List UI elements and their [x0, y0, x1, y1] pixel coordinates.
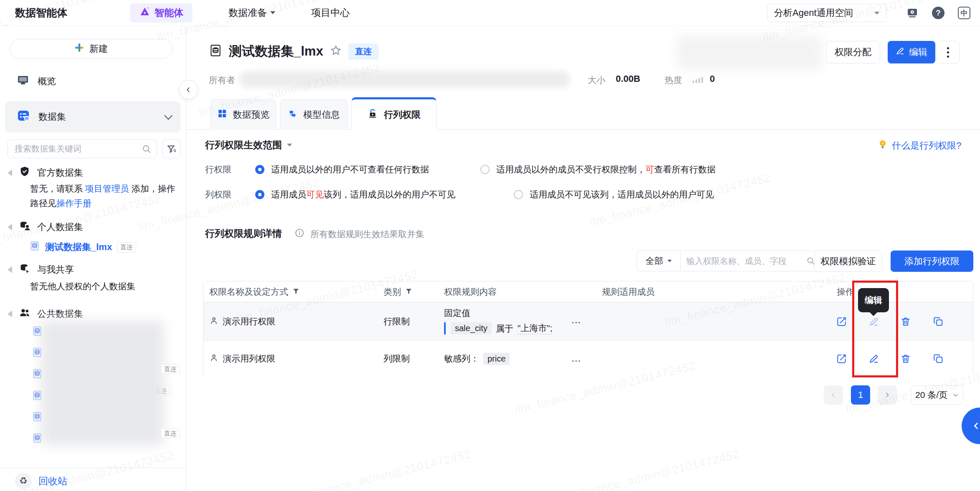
- collapse-triangle-icon: [8, 170, 12, 176]
- chevron-down-icon: [164, 111, 173, 120]
- dataset-search-input[interactable]: [8, 139, 157, 158]
- delete-rule-icon[interactable]: [900, 316, 911, 327]
- nav-project-center[interactable]: 项目中心: [311, 6, 350, 19]
- rule-name-cell: 演示用列权限: [209, 341, 275, 377]
- rule-type-cell: 行限制: [383, 302, 410, 341]
- manual-link[interactable]: 操作手册: [56, 198, 91, 208]
- search-icon: [141, 144, 152, 156]
- sidebar-item-test-dataset[interactable]: 测试数据集_lmx 直连: [29, 240, 136, 254]
- rule-content-cell: 敏感列： price: [444, 341, 510, 377]
- collapse-triangle-icon: [8, 266, 12, 273]
- heat-bars-icon: [693, 77, 703, 83]
- dataset-file-icon[interactable]: [32, 390, 43, 402]
- chevron-down-icon: [668, 260, 672, 262]
- sidebar-collapse-button[interactable]: [179, 80, 198, 99]
- nav-agent[interactable]: 智能体: [130, 3, 193, 23]
- sidebar-item-overview[interactable]: 概览: [0, 72, 186, 91]
- filter-funnel-icon[interactable]: [405, 287, 412, 297]
- section-official-datasets[interactable]: 官方数据集: [0, 164, 186, 182]
- database-share-icon: [19, 263, 30, 277]
- add-permission-button[interactable]: 添加行列权限: [891, 251, 973, 272]
- model-icon: [287, 109, 297, 121]
- language-icon[interactable]: 中: [957, 6, 971, 20]
- collapse-triangle-icon: [8, 311, 12, 317]
- dataset-file-icon: [29, 240, 40, 254]
- section-shared-datasets[interactable]: 与我共享: [0, 261, 186, 279]
- sidebar-divider: [0, 468, 186, 468]
- dataset-file-icon[interactable]: [32, 326, 43, 338]
- owner-label: 所有者: [209, 74, 235, 86]
- shield-check-icon: [19, 166, 30, 180]
- personal-title: 个人数据集: [37, 221, 83, 233]
- tab-bar: 数据预览 模型信息 行列权限: [186, 97, 980, 130]
- move-rule-icon[interactable]: [836, 353, 848, 364]
- direct-connect-badge: 直连: [161, 365, 180, 373]
- official-title: 官方数据集: [37, 167, 83, 179]
- col-header-actions: 操作: [837, 281, 854, 302]
- filter-type-select[interactable]: 全部: [637, 251, 680, 271]
- copy-rule-icon[interactable]: [932, 316, 944, 327]
- row-option-2: 适用成员以外的成员不受行权限控制，可查看所有行数据: [496, 164, 716, 175]
- delete-rule-icon[interactable]: [900, 353, 911, 364]
- assign-permission-button[interactable]: 权限分配: [826, 41, 880, 63]
- chevron-down-icon: [874, 12, 879, 15]
- rule-expression: sale_city 属于 "上海市";: [444, 322, 553, 334]
- sensitive-col-label: 敏感列：: [444, 353, 479, 364]
- direct-connect-badge: 直连: [348, 43, 378, 60]
- dataset-file-icon[interactable]: [32, 433, 43, 445]
- star-icon[interactable]: [330, 45, 342, 58]
- radio-selected[interactable]: [255, 165, 264, 174]
- next-page-button[interactable]: [878, 385, 897, 405]
- nav-prep-label: 数据准备: [228, 6, 267, 19]
- chevron-down-icon: [952, 392, 959, 398]
- copy-rule-icon[interactable]: [932, 353, 944, 364]
- plus-icon: [74, 43, 84, 55]
- radio-unselected[interactable]: [514, 190, 523, 199]
- dataset-file-icon[interactable]: [32, 411, 43, 424]
- sidebar-item-dataset[interactable]: 数据集: [5, 101, 180, 132]
- sidebar-item-recycle-bin[interactable]: ♻ 回收站: [15, 473, 67, 489]
- prev-page-button[interactable]: [824, 385, 843, 405]
- nav-data-prep[interactable]: 数据准备: [228, 6, 275, 19]
- chevron-down-icon: [270, 11, 275, 14]
- grid-icon: [217, 109, 227, 121]
- edit-dataset-button[interactable]: 编辑: [888, 41, 935, 63]
- edit-tooltip: 编辑: [858, 288, 889, 312]
- size-value: 0.00B: [616, 73, 640, 84]
- page-number-current[interactable]: 1: [851, 385, 870, 405]
- help-icon[interactable]: ?: [932, 6, 945, 20]
- radio-unselected[interactable]: [480, 165, 490, 174]
- workspace-select[interactable]: 分析Agent通用空间: [767, 4, 886, 22]
- rule-value: "上海市";: [518, 322, 553, 334]
- col-header-type: 类别: [383, 281, 412, 302]
- dataset-label: 数据集: [38, 111, 66, 123]
- admin-link[interactable]: 项目管理员: [85, 184, 129, 193]
- dataset-filter-button[interactable]: [162, 139, 181, 158]
- scope-section-title[interactable]: 行列权限生效范围: [205, 139, 292, 152]
- console-icon[interactable]: [906, 6, 919, 20]
- more-actions-button[interactable]: [936, 41, 960, 63]
- section-personal-datasets[interactable]: 个人数据集: [0, 218, 186, 236]
- what-is-permission-link[interactable]: 什么是行列权限?: [878, 139, 961, 152]
- field-chip: sale_city: [451, 322, 492, 334]
- tab-data-preview[interactable]: 数据预览: [211, 99, 276, 130]
- simulate-permission-button[interactable]: 权限模拟验证: [814, 251, 882, 272]
- dataset-file-icon[interactable]: [32, 368, 43, 381]
- blurred-user-info: [677, 36, 821, 69]
- official-empty-1: 暂无，请联系: [30, 184, 85, 193]
- page-size-select[interactable]: 20 条/页: [911, 385, 963, 405]
- tab-row-col-permission[interactable]: 行列权限: [351, 97, 437, 130]
- direct-connect-badge: 直连: [117, 242, 136, 253]
- rule-type-cell: 列限制: [383, 341, 410, 377]
- rules-search-input[interactable]: [680, 251, 806, 271]
- shared-empty-text: 暂无他人授权的个人数据集: [30, 279, 176, 294]
- radio-selected[interactable]: [255, 190, 264, 199]
- rule-content-title: 固定值: [444, 307, 553, 319]
- tab-model-info[interactable]: 模型信息: [280, 99, 348, 130]
- public-title: 公共数据集: [37, 308, 83, 320]
- dataset-file-icon[interactable]: [32, 347, 43, 359]
- move-rule-icon[interactable]: [836, 316, 848, 327]
- new-button[interactable]: 新建: [10, 39, 173, 59]
- filter-funnel-icon[interactable]: [292, 287, 300, 297]
- app-brand: 数据智能体: [15, 6, 67, 20]
